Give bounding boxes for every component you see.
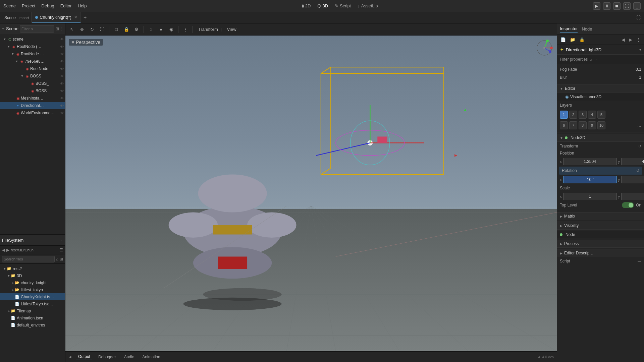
tree-item[interactable]: ▶ ▣ MeshInsta… 👁	[0, 95, 65, 102]
scale-tool-btn[interactable]: ⛶	[98, 25, 106, 34]
viewport-area[interactable]: ≡ Perspective	[65, 36, 557, 351]
tree-item-selected[interactable]: ▶ ✦ Directional… 👁	[0, 102, 65, 109]
visibility-icon[interactable]: 👁	[60, 60, 64, 63]
position-x-input[interactable]	[563, 158, 617, 165]
visibility-icon[interactable]: 👁	[60, 104, 64, 108]
grid-btn[interactable]: ●	[157, 25, 165, 34]
perspective-label[interactable]: ≡ Perspective	[69, 39, 103, 46]
layer-5-btn[interactable]: 5	[597, 111, 605, 119]
layer-10-btn[interactable]: 10	[597, 121, 605, 129]
visibility-icon[interactable]: 👁	[60, 111, 64, 115]
maximize-button[interactable]: ⛶	[623, 2, 631, 10]
layer-7-btn[interactable]: 7	[569, 121, 577, 129]
node-dropdown-btn[interactable]: ▾	[639, 48, 641, 52]
position-y-input[interactable]	[621, 158, 644, 165]
fs-layout-btn[interactable]: ☰	[59, 248, 63, 252]
fs-item[interactable]: ▶ 📂 chunky_knight	[0, 279, 65, 286]
fog-fade-value[interactable]: 0.1	[593, 67, 641, 72]
rotation-refresh-icon[interactable]: ↺	[636, 169, 639, 173]
tree-item[interactable]: ▼ ◉ 79e56e8… 👁	[0, 58, 65, 65]
select-tool-btn[interactable]: ↖	[67, 25, 76, 34]
tree-item[interactable]: ▼ ⬡ scene 👁	[0, 36, 65, 43]
scene-filter-input[interactable]	[21, 27, 53, 31]
filter-props-search-icon[interactable]: ⌕	[590, 57, 592, 62]
insp-nav-next[interactable]: ▶	[628, 37, 634, 43]
fs-item[interactable]: ▶ 📄 LittlestTokyo.tsc…	[0, 300, 65, 307]
node3d-section-header[interactable]: ▼ Node3D	[557, 134, 644, 142]
layer-extra-btn[interactable]: …	[637, 123, 641, 128]
move-tool-btn[interactable]: ⊕	[77, 25, 86, 34]
tab-close-btn[interactable]: ✕	[74, 15, 77, 19]
tab-node[interactable]: Node	[582, 26, 592, 32]
scene-filter-icon[interactable]: ⊞	[56, 26, 59, 31]
settings-btn[interactable]: ⚙	[132, 25, 141, 34]
mode-script[interactable]: ✎ Script	[335, 3, 351, 8]
insp-nav-prev[interactable]: ◀	[620, 37, 626, 43]
fs-item[interactable]: ▼ 📁 res://	[0, 265, 65, 272]
tree-item[interactable]: ▼ ◉ RootNode (… 👁	[0, 43, 65, 50]
tab-debugger[interactable]: Debugger	[96, 354, 118, 360]
stop-button[interactable]: ⏹	[613, 2, 621, 10]
layer-6-btn[interactable]: 6	[560, 121, 568, 129]
lock-btn[interactable]: 🔒	[122, 25, 131, 34]
layer-9-btn[interactable]: 9	[588, 121, 596, 129]
target-btn[interactable]: ◉	[167, 25, 175, 34]
scene-add-btn[interactable]: +	[2, 26, 4, 31]
visibility-section-header[interactable]: ▶ Visibility	[557, 222, 644, 230]
tab-add-btn[interactable]: +	[81, 15, 89, 21]
tab-audio[interactable]: Audio	[122, 354, 137, 360]
insp-lock-btn[interactable]: 🔒	[578, 37, 586, 43]
tree-item[interactable]: ▶ ◉ BOSS_ 👁	[0, 80, 65, 87]
scale-y-input[interactable]	[621, 193, 644, 200]
minimize-button[interactable]: _	[633, 2, 641, 10]
visibility-icon[interactable]: 👁	[60, 45, 64, 49]
editor-desc-section-header[interactable]: ▶ Editor Descrip…	[557, 249, 644, 257]
fs-search-icon[interactable]: ⌕	[56, 257, 58, 261]
layer-4-btn[interactable]: 4	[588, 111, 596, 119]
viewport-gizmo[interactable]: X Y	[536, 40, 553, 56]
visual-instance-subsection[interactable]: ◉ VisualInstance3D	[557, 93, 644, 101]
tree-item[interactable]: ▶ ◉ WorldEnvironme… 👁	[0, 109, 65, 117]
fs-filter-icon[interactable]: ⊞	[60, 257, 63, 261]
tab-expand-btn[interactable]: ⛶	[633, 15, 644, 20]
menu-project[interactable]: Project	[22, 3, 35, 8]
mode-assetlib[interactable]: ↓ AssetLib	[358, 3, 378, 8]
rotation-y-input[interactable]	[621, 176, 644, 183]
visibility-icon[interactable]: 👁	[60, 89, 64, 93]
active-tab[interactable]: ChunkyKnight(*) ✕	[32, 12, 81, 23]
tree-item[interactable]: ▶ ◉ BOSS_ 👁	[0, 87, 65, 95]
rotation-x-input[interactable]	[563, 176, 617, 183]
node-subsection[interactable]: Node	[557, 231, 644, 238]
view-label[interactable]: View	[227, 27, 236, 32]
layer-8-btn[interactable]: 8	[579, 121, 587, 129]
tab-inspector[interactable]: Inspector	[560, 25, 578, 33]
play-button[interactable]: ▶	[593, 2, 600, 10]
top-level-toggle[interactable]	[622, 202, 634, 208]
visibility-icon[interactable]: 👁	[60, 52, 64, 56]
insp-folder-btn[interactable]: 📁	[569, 37, 577, 43]
layer-1-btn[interactable]: 1	[560, 111, 568, 119]
fs-item[interactable]: ▶ 📁 Tilemap	[0, 307, 65, 314]
fs-item[interactable]: ▼ 📁 3D	[0, 272, 65, 279]
mode-3d[interactable]: ⬡ 3D	[317, 3, 328, 8]
more-btn[interactable]: ⋮	[181, 25, 190, 34]
box-tool-btn[interactable]: □	[112, 25, 121, 34]
menu-help[interactable]: Help	[78, 3, 87, 8]
process-section-header[interactable]: ▶ Process	[557, 240, 644, 248]
scene-menu-btn[interactable]: ⋮	[59, 26, 63, 31]
menu-scene[interactable]: Scene	[3, 3, 16, 8]
blur-value[interactable]: 1	[593, 75, 641, 80]
scale-x-input[interactable]	[563, 193, 617, 200]
tab-output[interactable]: Output	[76, 354, 92, 360]
tab-animation[interactable]: Animation	[140, 354, 162, 360]
nav-back-btn[interactable]: ◀	[2, 248, 5, 252]
fs-item[interactable]: ▶ 📂 littlest_tokyo	[0, 286, 65, 293]
transform-label[interactable]: Transform	[198, 27, 218, 32]
insp-menu-btn[interactable]: ⋮	[635, 37, 642, 43]
tree-item[interactable]: ▼ ◉ RootNode … 👁	[0, 50, 65, 58]
layer-3-btn[interactable]: 3	[579, 111, 587, 119]
visibility-icon[interactable]: 👁	[60, 82, 64, 85]
visibility-icon[interactable]: 👁	[60, 38, 64, 41]
editor-section-header[interactable]: ▼ Editor	[557, 84, 644, 93]
fs-menu-btn[interactable]: ⋮	[59, 238, 63, 243]
